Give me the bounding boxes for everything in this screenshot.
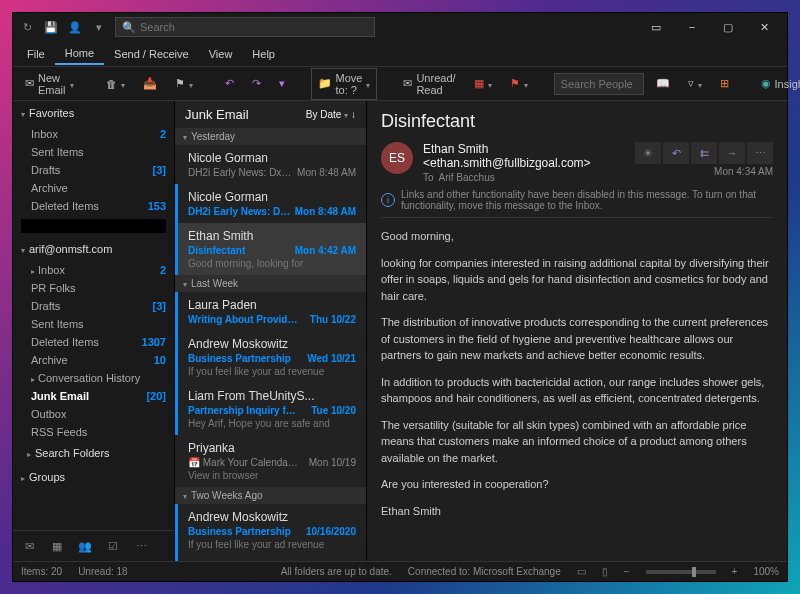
status-unread: Unread: 18 — [78, 566, 127, 577]
sweep-button[interactable]: ⚑ — [169, 74, 199, 93]
nav-item[interactable]: Conversation History — [13, 369, 174, 387]
info-icon: i — [381, 193, 395, 207]
view-reading-icon[interactable]: ▯ — [602, 566, 608, 577]
group-header[interactable]: Yesterday — [175, 128, 366, 145]
message-item[interactable]: Laura PadenWriting About Providing To...… — [175, 292, 366, 331]
nav-item[interactable]: Archive — [13, 179, 174, 197]
flag-icon: ⚑ — [510, 77, 520, 90]
addins-button[interactable]: ⊞ — [714, 74, 735, 93]
message-item[interactable]: Nicole GormanDH2i Early News: DxOdysse..… — [175, 184, 366, 223]
groups-section[interactable]: Groups — [13, 465, 174, 489]
reply-icon[interactable]: ↶ — [663, 142, 689, 164]
book-icon: 📖 — [656, 77, 670, 90]
sun-icon[interactable]: ☀ — [635, 142, 661, 164]
menu-help[interactable]: Help — [242, 44, 285, 64]
body-paragraph: looking for companies interested in rais… — [381, 255, 773, 305]
ribbon-toggle-icon[interactable]: ▭ — [639, 15, 673, 39]
nav-item[interactable]: Drafts[3] — [13, 161, 174, 179]
sender-avatar: ES — [381, 142, 413, 174]
chevron-down-icon[interactable]: ▾ — [91, 19, 107, 35]
close-button[interactable]: ✕ — [747, 15, 781, 39]
outlook-window: ↻ 💾 👤 ▾ 🔍 ▭ − ▢ ✕ File Home Send / Recei… — [12, 12, 788, 582]
archive-button[interactable]: 📥 — [137, 74, 163, 93]
nav-item[interactable]: Inbox2 — [13, 125, 174, 143]
favorites-section[interactable]: Favorites — [13, 101, 174, 125]
redacted-account — [21, 219, 166, 233]
calendar-view-icon[interactable]: ▦ — [47, 537, 67, 555]
message-list: Junk Email By Date ↓ YesterdayNicole Gor… — [175, 101, 367, 561]
message-item[interactable]: Nicole GormanDH2i Early News: DxOdyssey … — [175, 145, 366, 184]
nav-item[interactable]: PR Folks — [13, 279, 174, 297]
search-box[interactable]: 🔍 — [115, 17, 375, 37]
to-label: To — [423, 172, 434, 183]
save-icon[interactable]: 💾 — [43, 19, 59, 35]
nav-item[interactable]: Sent Items — [13, 143, 174, 161]
reply-all-icon[interactable]: ⇇ — [691, 142, 717, 164]
filter-button[interactable]: ▿ — [682, 74, 708, 93]
maximize-button[interactable]: ▢ — [711, 15, 745, 39]
nav-item[interactable]: Deleted Items1307 — [13, 333, 174, 351]
envelope-icon: ✉ — [403, 77, 412, 90]
new-email-button[interactable]: ✉New Email — [19, 69, 80, 99]
redo-button[interactable]: ↷ — [246, 74, 267, 93]
message-item[interactable]: Ethan SmithDisinfectantMon 4:42 AMGood m… — [175, 223, 366, 275]
zoom-out-icon[interactable]: − — [624, 566, 630, 577]
delete-button[interactable]: 🗑 — [100, 75, 131, 93]
body-paragraph: Are you interested in cooperation? — [381, 476, 773, 493]
message-item[interactable]: Liam From TheUnityS...Partnership Inquir… — [175, 383, 366, 435]
menu-view[interactable]: View — [199, 44, 243, 64]
message-date: Mon 4:34 AM — [635, 166, 773, 177]
body-paragraph: Good morning, — [381, 228, 773, 245]
nav-item[interactable]: RSS Feeds — [13, 423, 174, 441]
status-items: Items: 20 — [21, 566, 62, 577]
zoom-in-icon[interactable]: + — [732, 566, 738, 577]
sender-name: Ethan Smith <ethan.smith@fullbizgoal.com… — [423, 142, 625, 170]
message-item[interactable]: Andrew MoskowitzBusiness Partnership10/1… — [175, 504, 366, 556]
zoom-slider[interactable] — [646, 570, 716, 574]
nav-item[interactable]: Sent Items — [13, 315, 174, 333]
menu-home[interactable]: Home — [55, 43, 104, 65]
insights-button[interactable]: ◉Insights — [755, 74, 800, 93]
nav-item[interactable]: Archive10 — [13, 351, 174, 369]
sync-icon[interactable]: ↻ — [19, 19, 35, 35]
nav-item[interactable]: Inbox2 — [13, 261, 174, 279]
people-view-icon[interactable]: 👥 — [75, 537, 95, 555]
person-icon[interactable]: 👤 — [67, 19, 83, 35]
search-people-input[interactable] — [554, 73, 644, 95]
nav-item[interactable]: Junk Email[20] — [13, 387, 174, 405]
group-header[interactable]: Two Weeks Ago — [175, 487, 366, 504]
menu-file[interactable]: File — [17, 44, 55, 64]
title-bar: ↻ 💾 👤 ▾ 🔍 ▭ − ▢ ✕ — [13, 13, 787, 41]
minimize-button[interactable]: − — [675, 15, 709, 39]
move-to-dropdown[interactable]: 📁Move to: ? — [311, 68, 378, 100]
nav-item[interactable]: Deleted Items153 — [13, 197, 174, 215]
body-paragraph: The versatility (suitable for all skin t… — [381, 417, 773, 467]
nav-item[interactable]: Drafts[3] — [13, 297, 174, 315]
search-folders[interactable]: Search Folders — [13, 441, 174, 465]
mail-view-icon[interactable]: ✉ — [19, 537, 39, 555]
address-book-button[interactable]: 📖 — [650, 74, 676, 93]
forward-icon[interactable]: → — [719, 142, 745, 164]
nav-pane: Favorites Inbox2Sent ItemsDrafts[3]Archi… — [13, 101, 175, 561]
nav-item[interactable]: Outbox — [13, 405, 174, 423]
group-header[interactable]: Last Week — [175, 275, 366, 292]
trash-icon: 🗑 — [106, 78, 117, 90]
categorize-button[interactable]: ▦ — [468, 74, 498, 93]
folder-title: Junk Email — [185, 107, 249, 122]
tasks-view-icon[interactable]: ☑ — [103, 537, 123, 555]
message-item[interactable]: Andrew MoskowitzBusiness PartnershipWed … — [175, 331, 366, 383]
undo-dropdown[interactable]: ▾ — [273, 74, 291, 93]
account-section[interactable]: arif@onmsft.com — [13, 237, 174, 261]
unread-read-button[interactable]: ✉Unread/ Read — [397, 69, 461, 99]
message-item[interactable]: Priyanka📅 Mark Your Calendars to M...Mon… — [175, 435, 366, 487]
view-normal-icon[interactable]: ▭ — [577, 566, 586, 577]
menu-send-receive[interactable]: Send / Receive — [104, 44, 199, 64]
sort-dropdown[interactable]: By Date ↓ — [306, 109, 356, 120]
search-input[interactable] — [140, 21, 368, 33]
undo-button[interactable]: ↶ — [219, 74, 240, 93]
folder-icon: 📁 — [318, 77, 332, 90]
more-views-icon[interactable]: ⋯ — [131, 537, 151, 555]
more-actions-icon[interactable]: ⋯ — [747, 142, 773, 164]
nav-bottom-bar: ✉ ▦ 👥 ☑ ⋯ — [13, 530, 174, 561]
flag-button[interactable]: ⚑ — [504, 74, 534, 93]
